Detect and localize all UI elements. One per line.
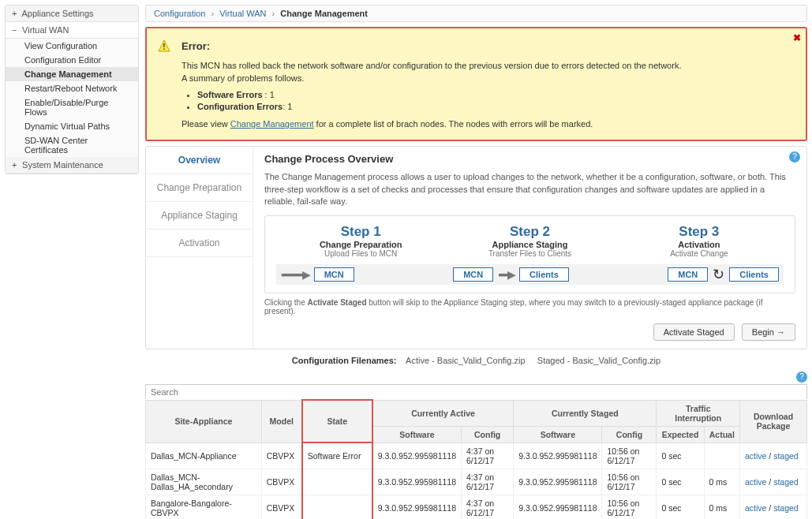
cell-site: Bangalore-Bangalore-CBVPX	[146, 495, 262, 519]
tab-change-preparation[interactable]: Change Preparation	[146, 174, 253, 202]
activate-staged-button[interactable]: Activate Staged	[653, 323, 735, 341]
alert-tail: Please view Change Management for a comp…	[181, 118, 791, 130]
cell-state: Software Error	[302, 442, 372, 469]
change-management-link[interactable]: Change Management	[230, 119, 314, 129]
expand-icon: +	[12, 160, 20, 170]
search-input[interactable]	[145, 384, 807, 399]
nav-dynamic-virtual-paths[interactable]: Dynamic Virtual Paths	[6, 119, 138, 133]
col-currently-active: Currently Active	[372, 400, 514, 426]
collapse-icon: −	[12, 25, 20, 35]
col-staged-config[interactable]: Config	[602, 426, 657, 442]
nav-view-configuration[interactable]: View Configuration	[6, 39, 138, 53]
nav-change-management[interactable]: Change Management	[6, 67, 138, 81]
cell-active-config: 4:37 on 6/12/17	[462, 442, 514, 469]
arrow-icon: ▪▪▪▪▪▪▪▪▪▶	[281, 268, 309, 281]
cell-model: CBVPX	[261, 469, 301, 495]
mcn-button-2[interactable]: MCN	[453, 267, 493, 282]
cell-staged-software: 9.3.0.952.995981118	[514, 469, 602, 495]
col-expected[interactable]: Expected	[657, 426, 704, 442]
cell-model: CBVPX	[261, 442, 301, 469]
nav-configuration-editor[interactable]: Configuration Editor	[6, 53, 138, 67]
cell-staged-config: 10:56 on 6/12/17	[602, 469, 657, 495]
config-errors-label: Configuration Errors	[197, 102, 283, 111]
tab-activation[interactable]: Activation	[146, 230, 253, 257]
download-staged-link[interactable]: staged	[773, 503, 799, 513]
cell-actual	[704, 442, 739, 469]
help-icon[interactable]: ?	[796, 372, 807, 383]
nav-section-label: Appliance Settings	[21, 9, 93, 18]
breadcrumb-virtual-wan[interactable]: Virtual WAN	[219, 9, 266, 18]
cell-active-config: 4:37 on 6/12/17	[462, 495, 514, 519]
col-model[interactable]: Model	[261, 400, 301, 442]
cell-expected: 0 sec	[657, 469, 704, 495]
software-errors-label: Software Errors	[197, 90, 263, 99]
arrow-icon: ▪▪▪▪▶	[498, 268, 515, 281]
nav-enable-disable-purge[interactable]: Enable/Disable/Purge Flows	[6, 95, 138, 119]
cell-active-software: 9.3.0.952.995981118	[372, 495, 462, 519]
mcn-button-3[interactable]: MCN	[668, 267, 708, 282]
cell-actual: 0 ms	[704, 469, 739, 495]
left-sidebar: + Appliance Settings − Virtual WAN View …	[5, 5, 139, 174]
breadcrumb-current: Change Management	[280, 9, 368, 18]
step-3: Step 3 Activation Activate Change	[615, 224, 784, 258]
cycle-icon: ↻	[713, 266, 724, 283]
software-errors-count: 1	[270, 90, 275, 99]
warning-icon: !	[158, 39, 170, 55]
mcn-button-1[interactable]: MCN	[314, 267, 354, 282]
breadcrumb-configuration[interactable]: Configuration	[154, 9, 205, 18]
cell-expected: 0 sec	[657, 495, 704, 519]
appliance-table: Site-Appliance Model State Currently Act…	[145, 399, 807, 519]
col-site[interactable]: Site-Appliance	[146, 400, 262, 442]
col-state[interactable]: State	[302, 400, 372, 442]
col-staged-software[interactable]: Software	[514, 426, 602, 442]
download-active-link[interactable]: active	[745, 477, 766, 487]
tab-overview[interactable]: Overview	[146, 147, 253, 174]
download-staged-link[interactable]: staged	[773, 477, 799, 487]
cell-active-software: 9.3.0.952.995981118	[372, 469, 462, 495]
download-active-link[interactable]: active	[745, 503, 766, 513]
help-icon[interactable]: ?	[789, 151, 800, 162]
nav-section-system-maintenance[interactable]: + System Maintenance	[6, 157, 138, 174]
clients-button-1[interactable]: Clients	[519, 267, 569, 282]
svg-text:!: !	[163, 43, 165, 51]
download-active-link[interactable]: active	[745, 451, 766, 461]
nav-section-appliance-settings[interactable]: + Appliance Settings	[6, 6, 138, 22]
col-active-software[interactable]: Software	[372, 426, 462, 442]
alert-body-1: This MCN has rolled back the network sof…	[181, 60, 791, 72]
cell-staged-config: 10:56 on 6/12/17	[602, 442, 657, 469]
nav-section-label: System Maintenance	[22, 160, 103, 170]
config-errors-count: 1	[287, 102, 292, 111]
cell-staged-software: 9.3.0.952.995981118	[514, 495, 602, 519]
table-row: Bangalore-Bangalore-CBVPXCBVPX9.3.0.952.…	[146, 495, 807, 519]
nav-sdwan-center-certs[interactable]: SD-WAN Center Certificates	[6, 133, 138, 157]
error-alert: ✖ ! Error: This MCN has rolled back the …	[145, 27, 807, 141]
nav-section-virtual-wan[interactable]: − Virtual WAN	[6, 22, 138, 39]
cell-active-config: 4:37 on 6/12/17	[462, 469, 514, 495]
cell-actual: 0 ms	[704, 495, 739, 519]
col-currently-staged: Currently Staged	[514, 400, 657, 426]
nav-restart-reboot[interactable]: Restart/Reboot Network	[6, 81, 138, 95]
nav-section-label: Virtual WAN	[22, 25, 69, 35]
download-staged-link[interactable]: staged	[773, 451, 799, 461]
table-row: Dallas_MCN-ApplianceCBVPXSoftware Error9…	[146, 442, 807, 469]
alert-body-2: A summary of problems follows.	[181, 73, 791, 84]
col-active-config[interactable]: Config	[462, 426, 514, 442]
cell-staged-config: 10:56 on 6/12/17	[602, 495, 657, 519]
col-traffic-interruption: Traffic Interruption	[657, 400, 740, 426]
expand-icon: +	[12, 9, 20, 18]
col-download: Download Package	[739, 400, 806, 442]
begin-button[interactable]: Begin →	[742, 323, 795, 341]
clients-button-2[interactable]: Clients	[729, 267, 779, 282]
tab-appliance-staging[interactable]: Appliance Staging	[146, 202, 253, 230]
cell-expected: 0 sec	[657, 442, 704, 469]
close-icon[interactable]: ✖	[793, 32, 801, 45]
cell-staged-software: 9.3.0.952.995981118	[514, 442, 602, 469]
configuration-filenames: Configuration Filenames: Active - Basic_…	[145, 356, 807, 365]
cell-download: active / staged	[739, 469, 806, 495]
alert-title: Error:	[181, 39, 791, 54]
cell-download: active / staged	[739, 442, 806, 469]
cell-site: Dallas_MCN-Dallas_HA_secondary	[146, 469, 262, 495]
change-process-panel: Overview Change Preparation Appliance St…	[145, 146, 807, 349]
col-actual[interactable]: Actual	[704, 426, 739, 442]
cell-download: active / staged	[739, 495, 806, 519]
